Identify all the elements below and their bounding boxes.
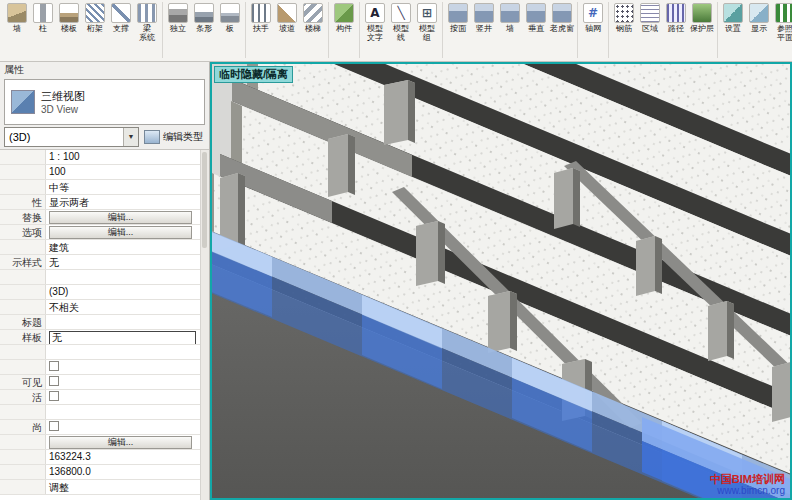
property-value[interactable]: 无	[46, 255, 209, 269]
edit-type-icon	[144, 130, 160, 144]
property-value[interactable]: 中等	[46, 180, 209, 194]
view-selector-dropdown[interactable]: (3D) ▼	[4, 127, 139, 147]
edit-button[interactable]: 编辑...	[49, 436, 192, 449]
property-value[interactable]: 无	[46, 330, 209, 344]
property-label	[0, 285, 46, 299]
concrete-upstand-block[interactable]	[384, 80, 415, 145]
properties-scrollbar[interactable]	[200, 150, 209, 500]
property-value[interactable]: 编辑...	[46, 210, 209, 224]
property-value[interactable]	[46, 345, 209, 359]
property-row	[0, 405, 209, 420]
edit-button[interactable]: 编辑...	[49, 211, 192, 224]
property-row: 编辑...	[0, 435, 209, 450]
ribbon-button-set-workplane[interactable]: 设置	[720, 2, 746, 34]
property-value[interactable]	[46, 360, 209, 374]
property-value[interactable]	[46, 315, 209, 329]
ribbon-button-component[interactable]: 构件	[331, 2, 357, 34]
property-value[interactable]: 建筑	[46, 240, 209, 254]
concrete-upstand-block[interactable]	[772, 362, 790, 422]
property-value[interactable]: 编辑...	[46, 435, 209, 449]
concrete-upstand-block[interactable]	[636, 236, 662, 296]
property-value[interactable]: 136800.0	[46, 465, 209, 479]
boxed-value[interactable]: 无	[49, 331, 196, 344]
ribbon-button-label: 楼板	[61, 24, 77, 33]
view-type-name: 三维视图	[41, 89, 85, 104]
checkbox[interactable]	[49, 361, 59, 371]
ribbon-button-model-text[interactable]: A模型 文字	[362, 2, 388, 43]
property-value[interactable]: (3D)	[46, 285, 209, 299]
edit-button[interactable]: 编辑...	[49, 226, 192, 239]
edit-type-button[interactable]: 编辑类型	[142, 127, 205, 147]
ribbon-button-label: 竖井	[476, 24, 492, 33]
scrollbar-thumb[interactable]	[202, 152, 207, 248]
property-row: 尚	[0, 420, 209, 435]
chevron-down-icon[interactable]: ▼	[123, 128, 138, 146]
ribbon-button-beam-system[interactable]: 梁 系统	[134, 2, 160, 43]
model-group-icon: ⊞	[417, 3, 437, 23]
ribbon-button-model-group[interactable]: ⊞模型 组	[414, 2, 440, 43]
ribbon-button-vertical-opening[interactable]: 垂直	[523, 2, 549, 34]
concrete-upstand-block[interactable]	[416, 221, 445, 286]
ribbon-button-shaft-opening[interactable]: 竖井	[471, 2, 497, 34]
ribbon-button-ramp[interactable]: 坡道	[274, 2, 300, 34]
ribbon-button-label: 支撑	[113, 24, 129, 33]
property-value[interactable]: 不相关	[46, 300, 209, 314]
ribbon-button-ref-plane[interactable]: 参照 平面	[772, 2, 792, 43]
concrete-upstand-block[interactable]	[708, 301, 734, 361]
ribbon-button-rebar[interactable]: 钢筋	[611, 2, 637, 34]
ribbon-button-label: 墙	[506, 24, 514, 33]
property-value[interactable]: 编辑...	[46, 225, 209, 239]
rebar-area-icon	[640, 3, 660, 23]
property-value[interactable]	[46, 270, 209, 284]
ribbon-button-truss[interactable]: 桁架	[82, 2, 108, 34]
ribbon-button-wall-opening[interactable]: 墙	[497, 2, 523, 34]
property-label: 选项	[0, 225, 46, 239]
ribbon-button-label: 区域	[642, 24, 658, 33]
ribbon-button-brace[interactable]: 支撑	[108, 2, 134, 34]
ribbon-button-model-line[interactable]: ╲模型 线	[388, 2, 414, 43]
property-value[interactable]: 100	[46, 165, 209, 179]
property-value[interactable]	[46, 390, 209, 404]
ribbon-button-show-workplane[interactable]: 显示	[746, 2, 772, 34]
concrete-upstand-block[interactable]	[488, 291, 517, 353]
checkbox[interactable]	[49, 391, 59, 401]
ribbon-button-label: 独立	[170, 24, 186, 33]
ribbon-button-label: 模型 文字	[367, 24, 383, 42]
viewport-canvas[interactable]	[212, 64, 790, 498]
ribbon-button-isolated-footing[interactable]: 独立	[165, 2, 191, 34]
ribbon-group-workplane: 设置显示参照 平面查看器	[718, 2, 792, 58]
ribbon-button-strip-footing[interactable]: 条形	[191, 2, 217, 34]
ribbon-button-wall[interactable]: 墙	[4, 2, 30, 34]
ribbon-button-opening-by-face[interactable]: 按面	[445, 2, 471, 34]
ribbon-button-dormer-opening[interactable]: 老虎窗	[549, 2, 575, 34]
ribbon-button-railing[interactable]: 扶手	[248, 2, 274, 34]
type-selector-preview[interactable]: 三维视图 3D View	[4, 79, 205, 125]
property-value[interactable]	[46, 375, 209, 389]
property-value[interactable]	[46, 405, 209, 419]
ribbon-button-label: 桁架	[87, 24, 103, 33]
ribbon-button-rebar-cover[interactable]: 保护层	[689, 2, 715, 34]
ribbon-button-rebar-area[interactable]: 区域	[637, 2, 663, 34]
concrete-upstand-block[interactable]	[328, 134, 355, 197]
property-value[interactable]: 163224.3	[46, 450, 209, 464]
property-value[interactable]: 调整	[46, 480, 209, 494]
beam-system-icon	[137, 3, 157, 23]
checkbox[interactable]	[49, 376, 59, 386]
ribbon-button-column[interactable]: 柱	[30, 2, 56, 34]
ribbon-button-label: 路径	[668, 24, 684, 33]
drawing-viewport[interactable]: 临时隐藏/隔离 中国BIM培训网 www.bimcn.org	[210, 62, 792, 500]
property-value[interactable]: 显示两者	[46, 195, 209, 209]
property-value[interactable]	[46, 420, 209, 434]
checkbox[interactable]	[49, 421, 59, 431]
ribbon-button-stair[interactable]: 楼梯	[300, 2, 326, 34]
column-icon	[33, 3, 53, 23]
ribbon-button-foundation-slab[interactable]: 板	[217, 2, 243, 34]
concrete-upstand-block[interactable]	[554, 168, 580, 229]
property-value[interactable]: 1 : 100	[46, 150, 209, 164]
shaft-opening-icon	[474, 3, 494, 23]
ribbon-button-grid[interactable]: #轴网	[580, 2, 606, 34]
property-label	[0, 360, 46, 374]
ribbon-button-rebar-path[interactable]: 路径	[663, 2, 689, 34]
property-row: 样板无	[0, 330, 209, 345]
ribbon-button-floor[interactable]: 楼板	[56, 2, 82, 34]
